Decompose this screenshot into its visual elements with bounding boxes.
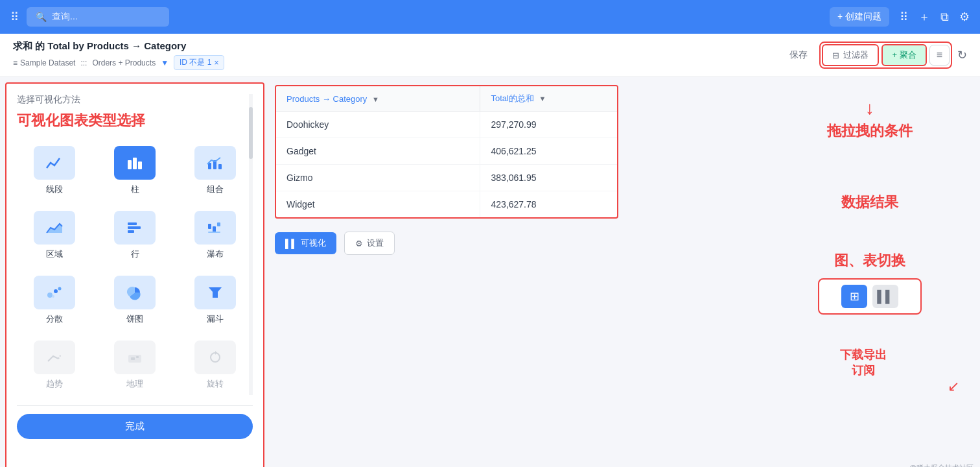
viz-grid: 线段 柱 [17,141,253,395]
col-sort-icon-total: ▼ [539,95,546,102]
down-arrow-icon: ↓ [767,98,972,119]
download-annotation-wrap: 下载导出 订阅 ↙ [767,347,972,395]
refresh-button[interactable]: ↻ [957,48,967,62]
scroll-thumb[interactable] [249,107,253,159]
svg-rect-12 [208,232,220,233]
svg-rect-5 [218,164,222,169]
svg-rect-20 [136,356,139,358]
svg-point-16 [52,295,54,298]
chart-view-button[interactable]: ▌▌ [872,285,898,308]
filter-icon-breadcrumb: ▼ [161,58,169,67]
scroll-bar [249,94,253,395]
bottom-toolbar: ▌▌ 可视化 ⚙ 设置 [275,226,749,260]
table-row: Doohickey 297,270.99 [276,112,617,138]
data-results-annotation-wrap: 数据结果 [767,193,972,212]
nav-right: + 创建问题 ⠿ ＋ ⧉ ⚙ [830,7,970,27]
viz-item-waterfall[interactable]: 瀑布 [178,206,253,265]
expand-icon[interactable]: ⧉ [940,10,949,24]
filter-btn-label: 过滤器 [843,49,869,61]
download-export-label: 下载导出 订阅 [767,347,959,378]
breadcrumb: ≡ Sample Dataset ::: Orders + Products ▼… [13,55,224,70]
svg-point-14 [54,289,58,293]
grid-icon[interactable]: ⠿ [10,10,19,24]
done-button[interactable]: 完成 [17,414,253,439]
viz-btn-label: 可视化 [301,237,326,249]
title-left: 求和 的 Total by Products → Category ≡ Samp… [13,40,224,70]
viz-title-red: 可视化图表类型选择 [17,111,253,130]
toolbar-group: ⊟ 过滤器 + 聚合 ≡ [819,42,952,69]
viz-btn-pie[interactable] [114,276,156,309]
col-header-category[interactable]: Products → Category ▼ [276,86,480,112]
col-header-category-label: Products → Category [286,94,367,104]
save-button[interactable]: 保存 [783,45,814,65]
title-right: 保存 ⊟ 过滤器 + 聚合 ≡ ↻ [783,42,967,69]
table-view-button[interactable]: ⊞ [841,285,867,308]
filter-button[interactable]: ⊟ 过滤器 [822,44,879,66]
create-question-button[interactable]: + 创建问题 [830,7,889,27]
viz-item-pie[interactable]: 饼图 [97,270,172,330]
viz-btn-icon: ▌▌ [285,239,297,248]
cell-total-1: 406,621.25 [480,138,617,165]
switch-annotation-wrap: 图、表切换 ⊞ ▌▌ [767,251,972,315]
viz-label-geo: 地理 [126,378,143,390]
nav-left: ⠿ 🔍 查询... [10,7,169,27]
close-icon[interactable]: × [214,58,218,67]
data-table: Products → Category ▼ Total的总和 ▼ Doohick… [276,86,617,217]
search-bar[interactable]: 🔍 查询... [27,7,169,27]
visualize-button[interactable]: ▌▌ 可视化 [275,232,336,254]
right-annotations: ↓ 拖拉拽的条件 数据结果 图、表切换 ⊞ ▌▌ 下载导出 订阅 ↙ @稀土掘金… [760,77,980,467]
viz-btn-rotate [194,341,236,374]
viz-item-funnel[interactable]: 漏斗 [178,270,253,330]
svg-rect-0 [128,160,132,169]
filter-chip[interactable]: ID 不是 1 × [174,55,224,70]
chart-table-switch-label: 图、表切换 [767,251,972,270]
viz-label-area: 区域 [46,248,63,260]
settings-button[interactable]: ⚙ 设置 [344,232,395,255]
viz-item-combo[interactable]: 组合 [178,141,253,200]
viz-sidebar-title: 选择可视化方法 [17,94,253,106]
search-icon: 🔍 [36,12,47,22]
table-row: Gadget 406,621.25 [276,138,617,165]
viz-btn-combo[interactable] [194,146,236,180]
svg-point-15 [58,287,62,291]
filter-chip-text: ID 不是 1 [180,57,211,68]
viz-btn-row[interactable] [114,211,156,245]
add-icon[interactable]: ＋ [918,9,930,25]
dataset-breadcrumb[interactable]: ≡ Sample Dataset [13,58,75,67]
col-header-total[interactable]: Total的总和 ▼ [480,86,617,112]
viz-btn-trend [34,341,75,374]
settings-icon[interactable]: ⚙ [959,10,970,24]
viz-item-line[interactable]: 线段 [17,141,92,200]
center-content: Products → Category ▼ Total的总和 ▼ Doohick… [264,77,760,467]
aggregate-button[interactable]: + 聚合 [881,44,926,66]
sort-icon: ≡ [937,49,942,60]
apps-icon[interactable]: ⠿ [900,10,908,24]
viz-btn-area[interactable] [34,211,75,245]
svg-rect-6 [128,222,137,225]
viz-btn-line[interactable] [34,146,75,180]
viz-item-geo: 地理 [97,335,172,395]
drag-conditions-label: 拖拉拽的条件 [767,121,972,141]
breadcrumb-sep1: ::: [80,58,87,67]
sort-button[interactable]: ≡ [929,45,950,66]
viz-btn-scatter[interactable] [34,276,75,309]
cell-total-0: 297,270.99 [480,112,617,138]
svg-rect-9 [208,224,211,229]
viz-label-row: 行 [131,248,139,260]
table-row: Widget 423,627.78 [276,191,617,218]
viz-item-row[interactable]: 行 [97,206,172,265]
svg-rect-19 [131,357,135,360]
svg-rect-2 [138,162,142,169]
create-label: + 创建问题 [837,11,881,23]
viz-btn-waterfall[interactable] [194,211,236,245]
table-icon: ≡ [13,58,18,67]
viz-item-area[interactable]: 区域 [17,206,92,265]
cell-category-0: Doohickey [276,112,480,138]
viz-item-bar[interactable]: 柱 [97,141,172,200]
viz-btn-bar[interactable] [114,146,156,180]
viz-btn-funnel[interactable] [194,276,236,309]
filter-btn-icon: ⊟ [832,51,839,60]
viz-label-funnel: 漏斗 [207,313,224,325]
viz-item-scatter[interactable]: 分散 [17,270,92,330]
table-breadcrumb[interactable]: Orders + Products [92,58,156,67]
